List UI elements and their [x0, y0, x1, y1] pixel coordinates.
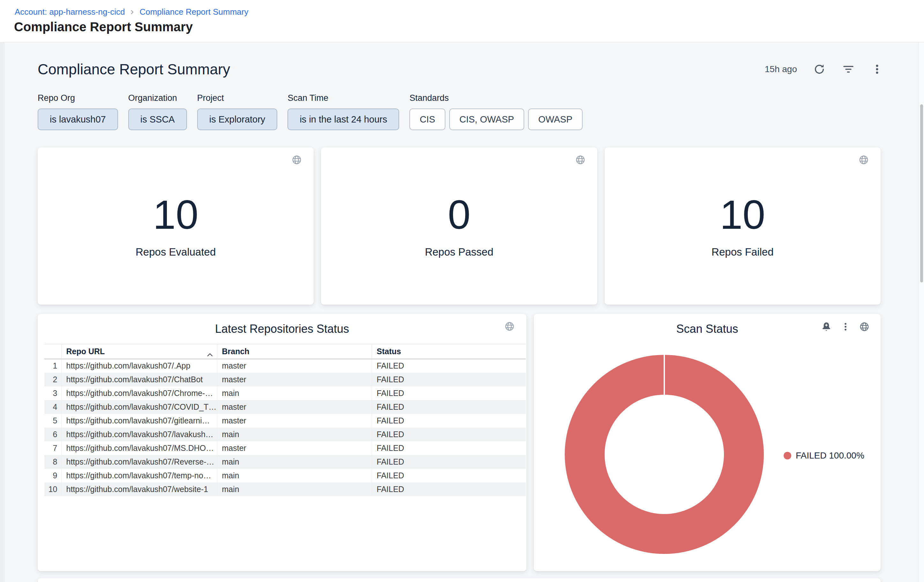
table-row[interactable]: 10https://github.com/lavakush07/website-…: [45, 483, 526, 496]
table-row[interactable]: 3https://github.com/lavakush07/Chrome-…m…: [45, 386, 526, 400]
tile-repos-passed: 0Repos Passed: [321, 147, 597, 305]
tile-label: Repos Failed: [711, 246, 774, 258]
refresh-icon[interactable]: [813, 63, 826, 76]
table-row[interactable]: 6https://github.com/lavakush07/lavakush……: [45, 427, 526, 441]
column-header-branch[interactable]: Branch: [217, 344, 372, 359]
cell-n: 4: [45, 400, 61, 414]
donut-ring[interactable]: [565, 355, 764, 554]
table-row[interactable]: 2https://github.com/lavakush07/ChatBotma…: [45, 373, 526, 386]
filter-chip-project[interactable]: is Exploratory: [197, 109, 277, 130]
filter-values: is lavakush07: [38, 109, 118, 130]
cell-repo-url: https://github.com/lavakush07/Chrome-…: [61, 386, 217, 400]
globe-icon: [575, 155, 586, 167]
filter-chip-repo-org[interactable]: is lavakush07: [38, 109, 118, 130]
filter-group-organization: Organizationis SSCA: [128, 93, 187, 130]
table-row[interactable]: 9https://github.com/lavakush07/temp-no…m…: [45, 469, 526, 483]
cell-repo-url: https://github.com/lavakush07/lavakush…: [61, 427, 217, 441]
cell-repo-url: https://github.com/lavakush07/MS.DHO…: [61, 441, 217, 455]
filter-label: Repo Org: [38, 93, 118, 103]
cell-repo-url: https://github.com/lavakush07/COVID_T…: [61, 400, 217, 414]
cell-repo-url: https://github.com/lavakush07/website-1: [61, 483, 217, 496]
last-refresh-time: 15h ago: [765, 64, 797, 74]
standards-option-cis-owasp[interactable]: CIS, OWASP: [449, 109, 524, 130]
filter-values: is SSCA: [128, 109, 187, 130]
scan-card-actions: [821, 321, 870, 334]
legend-label: FAILED 100.00%: [796, 450, 865, 461]
column-header-status[interactable]: Status: [372, 344, 526, 359]
cell-status: FAILED: [372, 373, 526, 386]
column-header-repo-url[interactable]: Repo URL: [61, 344, 217, 359]
filter-label: Organization: [128, 93, 187, 103]
cell-status: FAILED: [372, 386, 526, 400]
tile-repos-evaluated: 10Repos Evaluated: [38, 147, 314, 305]
filter-label: Project: [197, 93, 277, 103]
table-row[interactable]: 4https://github.com/lavakush07/COVID_T…m…: [45, 400, 526, 414]
cell-branch: main: [217, 455, 372, 469]
tile-repos-failed: 10Repos Failed: [605, 147, 881, 305]
breadcrumb-current-link[interactable]: Compliance Report Summary: [139, 7, 248, 17]
cell-n: 9: [45, 469, 61, 483]
breadcrumb-account-link[interactable]: Account: app-harness-ng-cicd: [15, 7, 125, 17]
cell-status: FAILED: [372, 359, 526, 373]
filter-chip-scan-time[interactable]: is in the last 24 hours: [287, 109, 399, 130]
filter-bar: Repo Orgis lavakush07Organizationis SSCA…: [38, 93, 582, 130]
filter-values: CISCIS, OWASPOWASP: [409, 109, 582, 130]
cell-n: 10: [45, 483, 61, 496]
cell-branch: master: [217, 373, 372, 386]
filter-label: Scan Time: [287, 93, 399, 103]
globe-icon: [858, 155, 869, 167]
table-row[interactable]: 8https://github.com/lavakush07/Reverse-……: [45, 455, 526, 469]
kebab-menu-icon[interactable]: [871, 63, 883, 75]
scrollbar-thumb[interactable]: [920, 104, 923, 282]
cell-status: FAILED: [372, 469, 526, 483]
cell-repo-url: https://github.com/lavakush07/ChatBot: [61, 373, 217, 386]
bell-plus-icon[interactable]: [821, 321, 832, 334]
cell-status: FAILED: [372, 441, 526, 455]
filter-chip-organization[interactable]: is SSCA: [128, 109, 187, 130]
cell-status: FAILED: [372, 483, 526, 496]
table-row[interactable]: 7https://github.com/lavakush07/MS.DHO…ma…: [45, 441, 526, 455]
column-header-index[interactable]: [45, 344, 61, 359]
summary-tiles: 10Repos Evaluated0Repos Passed10Repos Fa…: [38, 147, 881, 305]
cell-repo-url: https://github.com/lavakush07/Reverse-…: [61, 455, 217, 469]
table-body: 1https://github.com/lavakush07/.Appmaste…: [45, 359, 526, 496]
filter-group-project: Projectis Exploratory: [197, 93, 277, 130]
table-row[interactable]: 5https://github.com/lavakush07/gitlearni…: [45, 414, 526, 427]
filter-group-standards: StandardsCISCIS, OWASPOWASP: [409, 93, 582, 130]
cell-status: FAILED: [372, 414, 526, 427]
filter-values: is in the last 24 hours: [287, 109, 399, 130]
legend-dot-failed: [784, 452, 791, 460]
dashboard-actions: 15h ago: [765, 63, 883, 76]
cell-branch: main: [217, 469, 372, 483]
table-card-title: Latest Repositories Status: [38, 322, 526, 336]
filter-values: is Exploratory: [197, 109, 277, 130]
cell-branch: master: [217, 400, 372, 414]
table-row[interactable]: 1https://github.com/lavakush07/.Appmaste…: [45, 359, 526, 373]
column-header-label: Status: [377, 347, 401, 356]
donut-slice-boundary: [664, 355, 665, 395]
cell-repo-url: https://github.com/lavakush07/temp-no…: [61, 469, 217, 483]
standards-option-owasp[interactable]: OWASP: [528, 109, 582, 130]
standards-option-cis[interactable]: CIS: [409, 109, 445, 130]
column-header-label: Branch: [222, 347, 249, 356]
cell-status: FAILED: [372, 427, 526, 441]
table-header-row: Repo URL Branch Status: [45, 344, 526, 359]
kebab-menu-icon[interactable]: [840, 322, 851, 333]
cell-branch: main: [217, 427, 372, 441]
chart-legend[interactable]: FAILED 100.00%: [784, 450, 865, 461]
tile-value: 10: [720, 194, 765, 235]
cell-branch: master: [217, 414, 372, 427]
cell-branch: main: [217, 483, 372, 496]
tile-label: Repos Evaluated: [135, 246, 216, 258]
cell-repo-url: https://github.com/lavakush07/.App: [61, 359, 217, 373]
tile-value: 0: [448, 194, 470, 235]
filter-icon[interactable]: [842, 63, 855, 76]
globe-icon: [504, 321, 515, 333]
cell-branch: main: [217, 386, 372, 400]
cell-n: 6: [45, 427, 61, 441]
filter-group-repo-org: Repo Orgis lavakush07: [38, 93, 118, 130]
chevron-right-icon: [129, 9, 135, 15]
cell-n: 1: [45, 359, 61, 373]
tile-value: 10: [153, 194, 198, 235]
latest-repositories-card: Latest Repositories Status Repo URL Bran…: [38, 314, 526, 571]
